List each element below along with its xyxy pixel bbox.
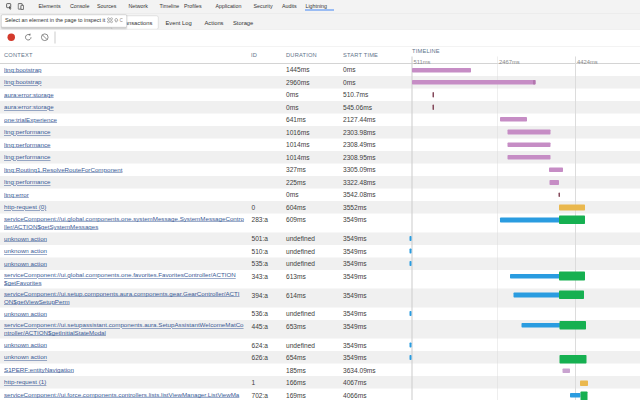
svg-text:C: C: [120, 17, 123, 23]
